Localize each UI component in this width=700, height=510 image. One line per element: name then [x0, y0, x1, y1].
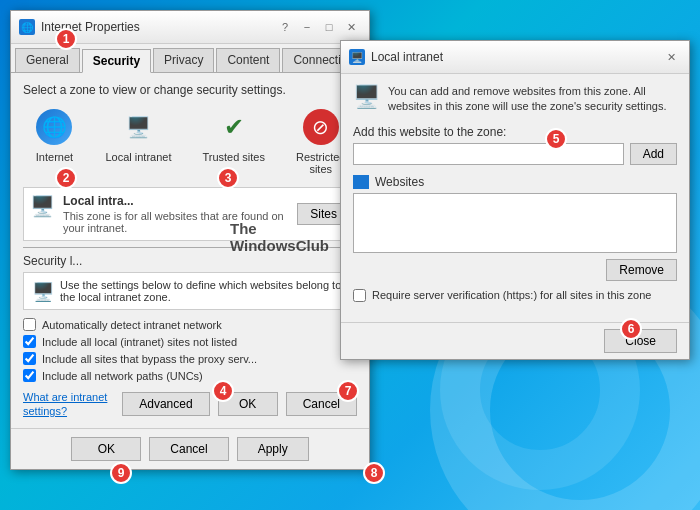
zone-selected-icon: 🖥️ — [30, 194, 55, 218]
badge-2: 2 — [55, 167, 77, 189]
checkbox-bypass-proxy: Include all sites that bypass the proxy … — [23, 352, 357, 365]
badge-3: 3 — [217, 167, 239, 189]
maximize-button[interactable]: □ — [319, 17, 339, 37]
add-website-row: Add — [353, 143, 677, 165]
tab-content[interactable]: Content — [216, 48, 280, 72]
globe-icon: 🌐 — [36, 109, 72, 145]
badge-9: 9 — [110, 462, 132, 484]
security-level-section: Security l... — [23, 247, 357, 268]
intranet-dialog-content: 🖥️ You can add and remove websites from … — [341, 74, 689, 322]
zone-description: This zone is for all websites that are f… — [63, 210, 289, 234]
trusted-icon-img: ✔ — [214, 107, 254, 147]
intranet-header-row: 🖥️ You can add and remove websites from … — [353, 84, 677, 115]
websites-label-icon — [353, 175, 369, 189]
bypass-proxy-label: Include all sites that bypass the proxy … — [42, 353, 257, 365]
remove-button[interactable]: Remove — [606, 259, 677, 281]
zone-trusted-sites[interactable]: ✔ Trusted sites — [202, 107, 265, 175]
include-local-label: Include all local (intranet) sites not l… — [42, 336, 237, 348]
intranet-titlebar-controls: ✕ — [661, 47, 681, 67]
help-button[interactable]: ? — [275, 17, 295, 37]
main-footer: OK Cancel Apply — [11, 428, 369, 469]
server-verify-row: Require server verification (https:) for… — [353, 289, 677, 302]
badge-1: 1 — [55, 28, 77, 50]
intranet-title-left: 🖥️ Local intranet — [349, 49, 443, 65]
restricted-icon-img: ⊘ — [301, 107, 341, 147]
computer-icon: 🖥️ — [120, 109, 156, 145]
internet-properties-window: 🌐 Internet Properties ? − □ ✕ General Se… — [10, 10, 370, 470]
network-paths-label: Include all network paths (UNCs) — [42, 370, 203, 382]
checkbox-network-paths: Include all network paths (UNCs) — [23, 369, 357, 382]
sub-dialog-icon: 🖥️ — [32, 281, 54, 303]
zone-name: Local intra... — [63, 194, 289, 208]
zone-info-box: 🖥️ Local intra... This zone is for all w… — [23, 187, 357, 241]
local-intranet-label: Local intranet — [105, 151, 171, 163]
footer-ok-button[interactable]: OK — [71, 437, 141, 461]
checkboxes-section: Automatically detect intranet network In… — [23, 318, 357, 382]
auto-detect-checkbox[interactable] — [23, 318, 36, 331]
bottom-buttons: What are intranet settings? Advanced OK … — [23, 390, 357, 418]
checkmark-icon: ✔ — [216, 109, 252, 145]
network-paths-checkbox[interactable] — [23, 369, 36, 382]
websites-label-text: Websites — [375, 175, 424, 189]
tab-security[interactable]: Security — [82, 49, 151, 73]
sub-dialog: 🖥️ Use the settings below to define whic… — [23, 272, 357, 310]
tab-general[interactable]: General — [15, 48, 80, 72]
server-verify-checkbox[interactable] — [353, 289, 366, 302]
sub-dialog-row: 🖥️ Use the settings below to define whic… — [32, 279, 348, 303]
window-title: Internet Properties — [41, 20, 140, 34]
server-verify-label: Require server verification (https:) for… — [372, 289, 651, 301]
local-intranet-dialog: 🖥️ Local intranet ✕ 🖥️ You can add and r… — [340, 40, 690, 360]
add-website-input[interactable] — [353, 143, 624, 165]
titlebar-controls: ? − □ ✕ — [275, 17, 361, 37]
add-website-label: Add this website to the zone: — [353, 125, 677, 139]
checkbox-auto-detect: Automatically detect intranet network — [23, 318, 357, 331]
zone-restricted-sites[interactable]: ⊘ Restrictedsites — [296, 107, 346, 175]
add-website-button[interactable]: Add — [630, 143, 677, 165]
restricted-sites-label: Restrictedsites — [296, 151, 346, 175]
include-local-checkbox[interactable] — [23, 335, 36, 348]
intranet-link-container: What are intranet settings? — [23, 390, 114, 418]
intranet-header-icon: 🖥️ — [353, 84, 380, 110]
badge-4: 4 — [212, 380, 234, 402]
intranet-dialog-title: Local intranet — [371, 50, 443, 64]
auto-detect-label: Automatically detect intranet network — [42, 319, 222, 331]
footer-cancel-button[interactable]: Cancel — [149, 437, 228, 461]
zone-icons-row: 🌐 Internet 🖥️ Local intranet ✔ Trusted s… — [23, 107, 357, 175]
zone-info-text: Local intra... This zone is for all webs… — [63, 194, 289, 234]
internet-label: Internet — [36, 151, 73, 163]
intranet-titlebar: 🖥️ Local intranet ✕ — [341, 41, 689, 74]
trusted-sites-label: Trusted sites — [202, 151, 265, 163]
checkbox-include-local: Include all local (intranet) sites not l… — [23, 335, 357, 348]
security-content: Select a zone to view or change security… — [11, 73, 369, 428]
zone-internet[interactable]: 🌐 Internet — [34, 107, 74, 175]
intranet-close-x-button[interactable]: ✕ — [661, 47, 681, 67]
close-button[interactable]: ✕ — [341, 17, 361, 37]
badge-5: 5 — [545, 128, 567, 150]
zone-local-intranet[interactable]: 🖥️ Local intranet — [105, 107, 171, 175]
minimize-button[interactable]: − — [297, 17, 317, 37]
badge-8: 8 — [363, 462, 385, 484]
intranet-header-text: You can add and remove websites from thi… — [388, 84, 677, 115]
badge-7: 7 — [337, 380, 359, 402]
restricted-circle-icon: ⊘ — [303, 109, 339, 145]
websites-listbox[interactable] — [353, 193, 677, 253]
websites-label: Websites — [353, 175, 677, 189]
badge-6: 6 — [620, 318, 642, 340]
sub-dialog-text: Use the settings below to define which w… — [60, 279, 348, 303]
local-intranet-icon-img: 🖥️ — [118, 107, 158, 147]
title-left: 🌐 Internet Properties — [19, 19, 140, 35]
intranet-dialog-icon: 🖥️ — [349, 49, 365, 65]
internet-icon-img: 🌐 — [34, 107, 74, 147]
app-icon: 🌐 — [19, 19, 35, 35]
advanced-button[interactable]: Advanced — [122, 392, 209, 416]
bypass-proxy-checkbox[interactable] — [23, 352, 36, 365]
footer-apply-button[interactable]: Apply — [237, 437, 309, 461]
intranet-settings-link[interactable]: What are intranet settings? — [23, 391, 107, 417]
tab-privacy[interactable]: Privacy — [153, 48, 214, 72]
security-level-label: Security l... — [23, 254, 82, 268]
zone-instruction: Select a zone to view or change security… — [23, 83, 357, 97]
